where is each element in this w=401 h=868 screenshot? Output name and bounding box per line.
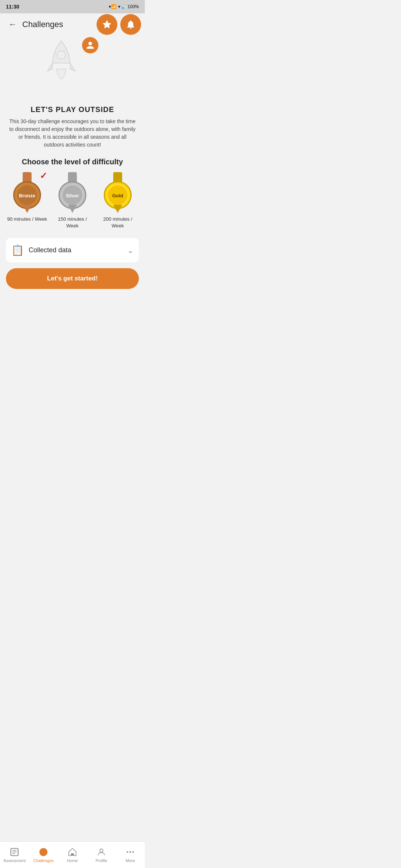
- status-bar: 11:30 ▾📶 ▾📡 100%: [0, 0, 145, 13]
- svg-text:Silver: Silver: [66, 193, 79, 198]
- challenge-title: LET'S PLAY OUTSIDE: [30, 105, 114, 114]
- svg-marker-7: [23, 205, 32, 213]
- bell-icon: [125, 19, 136, 30]
- gold-medal-svg: Gold: [99, 172, 136, 213]
- rocket-icon: [39, 37, 84, 89]
- silver-medal-wrapper: Silver: [54, 172, 91, 213]
- back-button[interactable]: ←: [6, 18, 19, 31]
- gold-label: 200 minutes / Week: [97, 216, 139, 229]
- medals-row: ✓ Bronze 90 minutes / Week: [6, 172, 139, 229]
- gold-medal-option[interactable]: Gold 200 minutes / Week: [97, 172, 139, 229]
- bronze-medal-option[interactable]: ✓ Bronze 90 minutes / Week: [6, 172, 48, 229]
- battery-icon: 100%: [127, 4, 139, 9]
- person-icon: [86, 41, 95, 50]
- silver-medal-svg: Silver: [54, 172, 91, 213]
- collected-data-section[interactable]: 📋 Collected data ⌄: [6, 238, 139, 262]
- difficulty-section-title: Choose the level of difficulty: [22, 158, 123, 166]
- clipboard-icon: 📋: [11, 244, 24, 256]
- status-time: 11:30: [6, 4, 19, 10]
- achievements-button[interactable]: [97, 14, 117, 35]
- bronze-label: 90 minutes / Week: [7, 216, 47, 223]
- silver-medal-option[interactable]: Silver 150 minutes / Week: [51, 172, 94, 229]
- status-icons: ▾📶 ▾📡 100%: [109, 4, 139, 9]
- silver-label: 150 minutes / Week: [51, 216, 94, 229]
- svg-marker-17: [113, 205, 122, 213]
- svg-text:Gold: Gold: [112, 193, 123, 198]
- svg-marker-12: [68, 205, 77, 213]
- bronze-medal-wrapper: ✓ Bronze: [9, 172, 46, 213]
- challenge-description: This 30-day challenge encourages you to …: [6, 118, 139, 149]
- wifi-icon: ▾📶: [109, 4, 117, 9]
- header: ← Challenges: [0, 13, 145, 34]
- main-content: LET'S PLAY OUTSIDE This 30-day challenge…: [0, 34, 145, 296]
- header-actions: [97, 14, 141, 35]
- chevron-down-icon: ⌄: [127, 246, 134, 255]
- hero-illustration: [39, 37, 106, 104]
- signal-icon: ▾📡: [118, 4, 126, 9]
- get-started-button[interactable]: Let's get started!: [6, 268, 139, 289]
- back-arrow-icon: ←: [9, 20, 17, 29]
- collected-data-label: Collected data: [29, 246, 127, 254]
- selected-checkmark: ✓: [40, 171, 47, 181]
- avatar: [82, 37, 98, 53]
- svg-text:Bronze: Bronze: [19, 193, 35, 198]
- star-icon: [102, 19, 112, 30]
- notifications-button[interactable]: [120, 14, 141, 35]
- gold-medal-wrapper: Gold: [99, 172, 136, 213]
